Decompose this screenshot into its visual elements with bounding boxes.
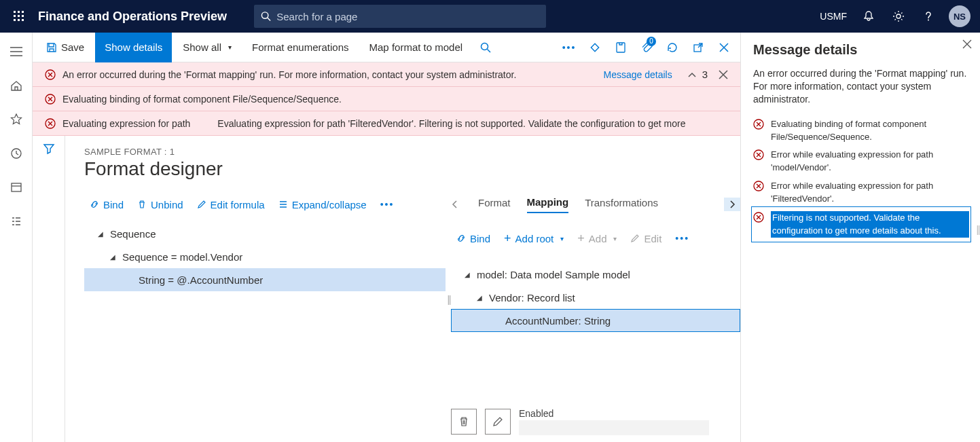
svg-rect-2 bbox=[22, 11, 24, 13]
model-tree: ◢model: Data model Sample model ◢Vendor:… bbox=[451, 263, 740, 332]
save-button[interactable]: Save bbox=[37, 33, 94, 62]
bell-icon[interactable] bbox=[855, 3, 882, 30]
trash-icon bbox=[137, 200, 147, 209]
bind-button[interactable]: Bind bbox=[84, 196, 129, 213]
mapping-panel: ‖ Format Mapping Transformations Bind +A… bbox=[451, 192, 740, 401]
svg-rect-17 bbox=[591, 43, 598, 51]
show-details-label: Show details bbox=[105, 41, 162, 53]
error2-text: Evaluating binding of format component F… bbox=[62, 94, 728, 105]
delete-icon[interactable] bbox=[451, 409, 477, 435]
enabled-field[interactable] bbox=[519, 420, 709, 435]
plus-icon: + bbox=[577, 234, 585, 243]
error3-body: Evaluating expression for path 'Filtered… bbox=[217, 118, 728, 129]
waffle-icon[interactable] bbox=[5, 3, 33, 30]
addin-icon[interactable] bbox=[609, 35, 633, 60]
close-panel-icon[interactable] bbox=[962, 39, 972, 49]
tree-node-vendor[interactable]: ◢Vendor: Record list bbox=[451, 286, 740, 309]
unbind-button[interactable]: Unbind bbox=[132, 196, 189, 213]
content-row: SAMPLE FORMAT : 1 Format designer Bind U… bbox=[33, 136, 740, 442]
map-format-button[interactable]: Map format to model bbox=[360, 33, 473, 62]
enabled-field-group: Enabled bbox=[519, 408, 709, 435]
msg-item-text: Error while evaluating expression for pa… bbox=[771, 149, 969, 174]
format-tree-panel: Bind Unbind Edit formula Expand/collapse… bbox=[84, 192, 451, 401]
pencil-icon bbox=[197, 200, 206, 209]
popout-icon[interactable] bbox=[686, 35, 710, 60]
right-overflow-icon[interactable]: ••• bbox=[670, 230, 695, 246]
tab-mapping[interactable]: Mapping bbox=[527, 196, 569, 213]
action-bar: Save Show details Show all ▾ Format enum… bbox=[33, 33, 740, 62]
svg-point-12 bbox=[928, 20, 929, 21]
msg-item[interactable]: Error while evaluating expression for pa… bbox=[753, 177, 969, 208]
edit-formula-button[interactable]: Edit formula bbox=[192, 196, 270, 213]
hamburger-icon[interactable] bbox=[5, 41, 27, 62]
msg-item-selected[interactable]: Filtering is not supported. Validate the… bbox=[753, 208, 969, 241]
attachments-icon[interactable]: 0 bbox=[634, 35, 659, 60]
help-icon[interactable] bbox=[915, 3, 942, 30]
tree-node-sequence-vendor[interactable]: ◢Sequence = model.Vendor bbox=[84, 245, 446, 268]
svg-line-16 bbox=[488, 49, 491, 52]
svg-rect-1 bbox=[18, 11, 20, 13]
chevron-down-icon: ▾ bbox=[560, 235, 564, 242]
star-icon[interactable] bbox=[5, 109, 27, 130]
tab-transformations[interactable]: Transformations bbox=[585, 197, 658, 213]
error-banner-2: Evaluating binding of format component F… bbox=[33, 87, 740, 111]
tree-node-sequence[interactable]: ◢Sequence bbox=[84, 222, 446, 245]
msg-item-text: Error while evaluating expression for pa… bbox=[771, 180, 969, 206]
msg-item[interactable]: Error while evaluating expression for pa… bbox=[753, 146, 969, 177]
search-action-icon[interactable] bbox=[473, 35, 498, 60]
tab-format[interactable]: Format bbox=[478, 197, 511, 213]
search-box[interactable] bbox=[254, 5, 546, 28]
main-area: Save Show details Show all ▾ Format enum… bbox=[33, 33, 741, 442]
svg-point-15 bbox=[482, 43, 488, 50]
expand-collapse-button[interactable]: Expand/collapse bbox=[273, 196, 372, 213]
tree-node-model[interactable]: ◢model: Data model Sample model bbox=[451, 263, 740, 286]
msg-item[interactable]: Evaluating binding of format component F… bbox=[753, 115, 969, 147]
avatar[interactable]: NS bbox=[949, 5, 970, 27]
dismiss-errors-icon[interactable] bbox=[719, 70, 728, 79]
bind-button-right[interactable]: Bind bbox=[451, 230, 496, 247]
breadcrumb: SAMPLE FORMAT : 1 bbox=[84, 147, 740, 157]
tree-node-string-account[interactable]: ◢String = @.AccountNumber bbox=[84, 268, 446, 291]
error-icon bbox=[753, 181, 764, 191]
left-rail bbox=[0, 33, 33, 442]
close-page-icon[interactable] bbox=[712, 35, 736, 60]
tree-node-accountnumber[interactable]: ◢AccountNumber: String bbox=[451, 309, 740, 332]
twisty-icon: ◢ bbox=[95, 230, 106, 238]
message-details-link[interactable]: Message details bbox=[603, 69, 672, 80]
tab-next-icon[interactable] bbox=[724, 198, 740, 211]
filter-icon[interactable] bbox=[43, 143, 55, 442]
format-enum-label: Format enumerations bbox=[252, 41, 349, 53]
add-button: +Add▾ bbox=[572, 230, 622, 247]
error-icon bbox=[753, 212, 764, 223]
collapse-errors-icon[interactable] bbox=[687, 70, 697, 79]
left-overflow-icon[interactable]: ••• bbox=[375, 196, 400, 213]
show-all-button[interactable]: Show all ▾ bbox=[173, 33, 241, 62]
workspaces-icon[interactable] bbox=[5, 177, 27, 198]
link-icon bbox=[456, 234, 466, 243]
svg-rect-5 bbox=[22, 15, 24, 17]
page-title: Format designer bbox=[84, 158, 740, 180]
show-details-button[interactable]: Show details bbox=[95, 33, 172, 62]
overflow-icon[interactable]: ••• bbox=[557, 35, 581, 60]
format-enum-button[interactable]: Format enumerations bbox=[242, 33, 359, 62]
list-icon bbox=[278, 200, 288, 209]
diamond-icon[interactable] bbox=[583, 35, 607, 60]
add-root-button[interactable]: +Add root▾ bbox=[498, 230, 569, 247]
gear-icon[interactable] bbox=[885, 3, 912, 30]
svg-rect-6 bbox=[14, 19, 16, 21]
error-icon bbox=[45, 118, 56, 129]
search-input[interactable] bbox=[276, 11, 539, 22]
enabled-label: Enabled bbox=[519, 408, 709, 419]
msg-panel-title: Message details bbox=[753, 42, 969, 58]
format-tree: ◢Sequence ◢Sequence = model.Vendor ◢Stri… bbox=[84, 222, 446, 291]
svg-rect-14 bbox=[12, 183, 21, 191]
edit-icon[interactable] bbox=[485, 409, 511, 435]
refresh-icon[interactable] bbox=[660, 35, 685, 60]
modules-icon[interactable] bbox=[5, 210, 27, 232]
home-icon[interactable] bbox=[5, 75, 27, 96]
recent-icon[interactable] bbox=[5, 143, 27, 164]
tab-prev-icon[interactable] bbox=[448, 198, 462, 211]
svg-rect-0 bbox=[14, 11, 16, 13]
company-code[interactable]: USMF bbox=[814, 11, 852, 22]
filter-column bbox=[33, 136, 65, 442]
